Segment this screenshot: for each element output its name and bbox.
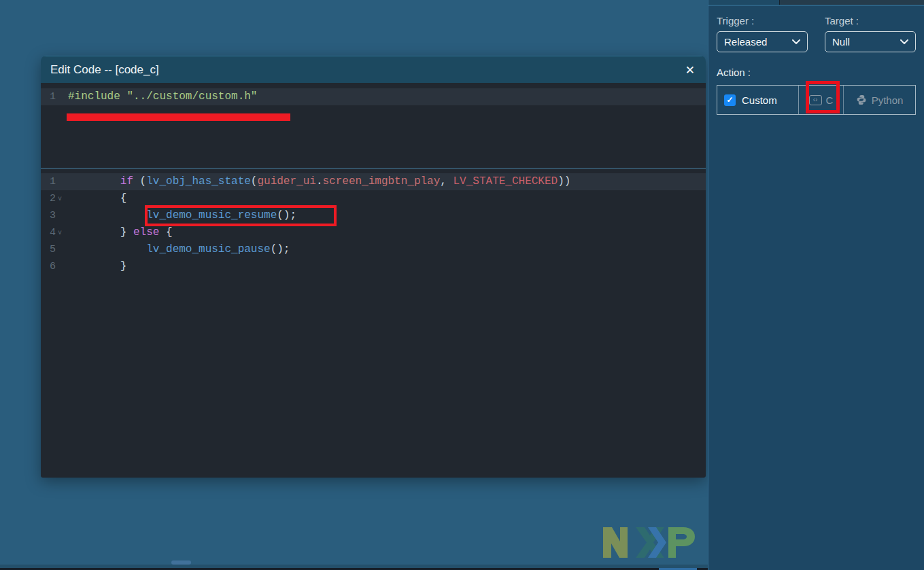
annotation-box-c-button: [806, 81, 840, 113]
custom-option[interactable]: ✓ Custom: [717, 86, 799, 114]
python-icon: [856, 94, 867, 105]
dialog-titlebar[interactable]: Edit Code -- [code_c] ✕: [41, 56, 706, 83]
action-label: Action :: [717, 67, 916, 78]
code-line[interactable]: 5 lv_demo_music_pause();: [41, 241, 706, 258]
chevron-down-icon: [900, 39, 908, 45]
annotation-underline-include: [67, 113, 290, 121]
line-number: 1: [41, 88, 68, 105]
panel-tab-strip: [708, 0, 924, 5]
code-text: {: [68, 190, 126, 207]
close-icon[interactable]: ✕: [685, 64, 695, 75]
fold-arrow-icon[interactable]: ˅: [58, 230, 62, 237]
code-text: lv_demo_music_pause();: [68, 241, 290, 258]
annotation-box-resume-call: [145, 205, 337, 226]
code-line[interactable]: 1#include "../custom/custom.h": [41, 88, 706, 105]
custom-checkbox[interactable]: ✓: [724, 94, 736, 106]
dialog-title: Edit Code -- [code_c]: [50, 63, 159, 77]
chevron-down-icon: [792, 39, 800, 45]
python-label: Python: [872, 94, 904, 106]
trigger-value: Released: [724, 36, 767, 48]
line-number: 6: [41, 258, 68, 275]
panel-active-tab[interactable]: [708, 0, 780, 5]
code-text: #include "../custom/custom.h": [68, 88, 257, 105]
event-code-editor[interactable]: 1 if (lv_obj_has_state(guider_ui.screen_…: [41, 169, 706, 478]
line-number: 3: [41, 207, 68, 224]
code-line[interactable]: 6 }: [41, 258, 706, 275]
code-text: } else {: [68, 224, 173, 241]
include-code-editor[interactable]: 1#include "../custom/custom.h": [41, 83, 706, 168]
line-number: 2˅: [41, 190, 68, 207]
code-line[interactable]: 4˅ } else {: [41, 224, 706, 241]
nxp-logo-watermark: [600, 523, 701, 564]
trigger-label: Trigger :: [717, 15, 808, 26]
code-line[interactable]: 1 if (lv_obj_has_state(guider_ui.screen_…: [41, 173, 706, 190]
line-number: 1: [41, 173, 68, 190]
custom-label: Custom: [742, 94, 777, 106]
line-number: 4˅: [41, 224, 68, 241]
target-label: Target :: [825, 15, 916, 26]
fold-arrow-icon[interactable]: ˅: [58, 196, 62, 203]
code-line[interactable]: 3 lv_demo_music_resume();: [41, 207, 706, 224]
python-code-tab-button[interactable]: Python: [844, 86, 915, 114]
target-select[interactable]: Null: [825, 31, 916, 52]
check-icon: ✓: [726, 96, 733, 104]
code-text: if (lv_obj_has_state(guider_ui.screen_im…: [68, 173, 570, 190]
target-value: Null: [832, 36, 850, 48]
code-text: }: [68, 258, 126, 275]
nxp-logo-icon: [600, 523, 701, 561]
line-number: 5: [41, 241, 68, 258]
code-line[interactable]: 2˅ {: [41, 190, 706, 207]
trigger-select[interactable]: Released: [717, 31, 808, 52]
